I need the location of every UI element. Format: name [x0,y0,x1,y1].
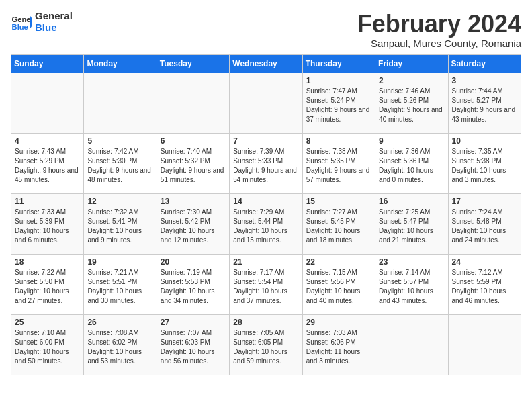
day-number: 28 [233,318,298,327]
logo-icon: General Blue [11,11,32,33]
week-row: 1Sunrise: 7:47 AM Sunset: 5:24 PM Daylig… [11,73,521,133]
day-info: Sunrise: 7:47 AM Sunset: 5:24 PM Dayligh… [306,87,371,124]
calendar-cell: 1Sunrise: 7:47 AM Sunset: 5:24 PM Daylig… [302,73,375,133]
day-info: Sunrise: 7:12 AM Sunset: 5:59 PM Dayligh… [452,268,517,306]
calendar-cell: 28Sunrise: 7:05 AM Sunset: 6:05 PM Dayli… [230,314,302,375]
calendar-cell: 14Sunrise: 7:29 AM Sunset: 5:44 PM Dayli… [230,193,302,254]
day-info: Sunrise: 7:36 AM Sunset: 5:36 PM Dayligh… [379,147,444,185]
day-info: Sunrise: 7:42 AM Sunset: 5:30 PM Dayligh… [87,147,152,185]
day-number: 24 [452,257,517,267]
day-number: 13 [161,197,226,206]
col-header-tuesday: Tuesday [157,54,229,73]
calendar-cell: 22Sunrise: 7:15 AM Sunset: 5:56 PM Dayli… [302,254,375,314]
day-number: 14 [233,197,298,206]
day-info: Sunrise: 7:03 AM Sunset: 6:06 PM Dayligh… [306,328,371,366]
day-info: Sunrise: 7:07 AM Sunset: 6:03 PM Dayligh… [161,328,226,366]
logo-blue: Blue [35,22,73,34]
logo-general: General [35,11,73,22]
day-info: Sunrise: 7:19 AM Sunset: 5:53 PM Dayligh… [161,268,226,306]
day-info: Sunrise: 7:25 AM Sunset: 5:47 PM Dayligh… [379,208,444,245]
calendar-cell [375,314,448,375]
calendar-cell: 16Sunrise: 7:25 AM Sunset: 5:47 PM Dayli… [375,193,448,254]
calendar-cell: 29Sunrise: 7:03 AM Sunset: 6:06 PM Dayli… [302,314,375,375]
day-info: Sunrise: 7:29 AM Sunset: 5:44 PM Dayligh… [233,208,298,245]
day-number: 7 [233,136,298,146]
header-row: SundayMondayTuesdayWednesdayThursdayFrid… [11,54,521,73]
day-info: Sunrise: 7:30 AM Sunset: 5:42 PM Dayligh… [161,208,226,245]
calendar-table: SundayMondayTuesdayWednesdayThursdayFrid… [11,54,521,375]
day-number: 16 [379,197,444,206]
calendar-cell: 15Sunrise: 7:27 AM Sunset: 5:45 PM Dayli… [302,193,375,254]
calendar-cell [157,73,229,133]
calendar-cell [84,73,157,133]
day-info: Sunrise: 7:10 AM Sunset: 6:00 PM Dayligh… [15,328,80,366]
day-number: 22 [306,257,371,267]
col-header-monday: Monday [84,54,157,73]
day-number: 25 [15,318,80,327]
day-info: Sunrise: 7:46 AM Sunset: 5:26 PM Dayligh… [379,87,444,124]
day-number: 15 [306,197,371,206]
week-row: 4Sunrise: 7:43 AM Sunset: 5:29 PM Daylig… [11,133,521,193]
day-info: Sunrise: 7:22 AM Sunset: 5:50 PM Dayligh… [15,268,80,306]
calendar-cell: 21Sunrise: 7:17 AM Sunset: 5:54 PM Dayli… [230,254,302,314]
calendar-cell: 6Sunrise: 7:40 AM Sunset: 5:32 PM Daylig… [157,133,229,193]
day-info: Sunrise: 7:43 AM Sunset: 5:29 PM Dayligh… [15,147,80,185]
svg-text:Blue: Blue [12,23,28,31]
title-area: February 2024 Sanpaul, Mures County, Rom… [357,11,521,49]
day-number: 10 [452,136,517,146]
calendar-cell: 5Sunrise: 7:42 AM Sunset: 5:30 PM Daylig… [84,133,157,193]
week-row: 18Sunrise: 7:22 AM Sunset: 5:50 PM Dayli… [11,254,521,314]
day-number: 17 [452,197,517,206]
day-number: 1 [306,76,371,85]
col-header-sunday: Sunday [11,54,84,73]
day-number: 27 [161,318,226,327]
calendar-cell: 20Sunrise: 7:19 AM Sunset: 5:53 PM Dayli… [157,254,229,314]
day-number: 29 [306,318,371,327]
day-number: 4 [15,136,80,146]
day-info: Sunrise: 7:27 AM Sunset: 5:45 PM Dayligh… [306,208,371,245]
calendar-cell: 27Sunrise: 7:07 AM Sunset: 6:03 PM Dayli… [157,314,229,375]
day-number: 23 [379,257,444,267]
day-number: 12 [87,197,152,206]
calendar-cell: 8Sunrise: 7:38 AM Sunset: 5:35 PM Daylig… [302,133,375,193]
calendar-cell: 26Sunrise: 7:08 AM Sunset: 6:02 PM Dayli… [84,314,157,375]
calendar-cell: 19Sunrise: 7:21 AM Sunset: 5:51 PM Dayli… [84,254,157,314]
day-info: Sunrise: 7:24 AM Sunset: 5:48 PM Dayligh… [452,208,517,245]
calendar-cell [11,73,84,133]
calendar-cell: 10Sunrise: 7:35 AM Sunset: 5:38 PM Dayli… [448,133,521,193]
calendar-cell: 23Sunrise: 7:14 AM Sunset: 5:57 PM Dayli… [375,254,448,314]
day-info: Sunrise: 7:05 AM Sunset: 6:05 PM Dayligh… [233,328,298,366]
day-info: Sunrise: 7:14 AM Sunset: 5:57 PM Dayligh… [379,268,444,306]
calendar-cell [448,314,521,375]
day-info: Sunrise: 7:21 AM Sunset: 5:51 PM Dayligh… [87,268,152,306]
col-header-friday: Friday [375,54,448,73]
day-info: Sunrise: 7:33 AM Sunset: 5:39 PM Dayligh… [15,208,80,245]
calendar-cell: 3Sunrise: 7:44 AM Sunset: 5:27 PM Daylig… [448,73,521,133]
calendar-cell: 12Sunrise: 7:32 AM Sunset: 5:41 PM Dayli… [84,193,157,254]
day-number: 18 [15,257,80,267]
day-number: 2 [379,76,444,85]
calendar-cell [230,73,302,133]
header: General Blue General Blue February 2024 … [11,11,521,49]
day-info: Sunrise: 7:40 AM Sunset: 5:32 PM Dayligh… [161,147,226,185]
day-info: Sunrise: 7:44 AM Sunset: 5:27 PM Dayligh… [452,87,517,124]
calendar-cell: 13Sunrise: 7:30 AM Sunset: 5:42 PM Dayli… [157,193,229,254]
day-info: Sunrise: 7:35 AM Sunset: 5:38 PM Dayligh… [452,147,517,185]
svg-text:General: General [12,15,32,24]
calendar-cell: 25Sunrise: 7:10 AM Sunset: 6:00 PM Dayli… [11,314,84,375]
week-row: 25Sunrise: 7:10 AM Sunset: 6:00 PM Dayli… [11,314,521,375]
day-number: 5 [87,136,152,146]
col-header-wednesday: Wednesday [230,54,302,73]
calendar-cell: 24Sunrise: 7:12 AM Sunset: 5:59 PM Dayli… [448,254,521,314]
calendar-cell: 4Sunrise: 7:43 AM Sunset: 5:29 PM Daylig… [11,133,84,193]
calendar-cell: 17Sunrise: 7:24 AM Sunset: 5:48 PM Dayli… [448,193,521,254]
day-number: 9 [379,136,444,146]
day-number: 11 [15,197,80,206]
day-info: Sunrise: 7:38 AM Sunset: 5:35 PM Dayligh… [306,147,371,185]
col-header-thursday: Thursday [302,54,375,73]
day-info: Sunrise: 7:32 AM Sunset: 5:41 PM Dayligh… [87,208,152,245]
day-number: 6 [161,136,226,146]
day-info: Sunrise: 7:15 AM Sunset: 5:56 PM Dayligh… [306,268,371,306]
calendar-cell: 2Sunrise: 7:46 AM Sunset: 5:26 PM Daylig… [375,73,448,133]
logo: General Blue General Blue [11,11,73,33]
